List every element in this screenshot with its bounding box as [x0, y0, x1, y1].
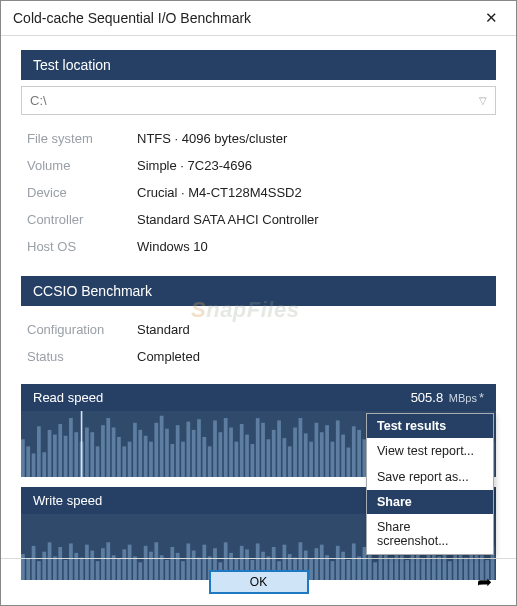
svg-rect-34: [202, 437, 206, 477]
svg-rect-46: [267, 439, 271, 477]
svg-rect-35: [208, 446, 212, 477]
section-test-location: Test location: [21, 50, 496, 80]
svg-rect-2: [32, 453, 36, 477]
svg-rect-8: [64, 436, 68, 477]
svg-rect-28: [170, 444, 174, 477]
info-label: Device: [27, 185, 137, 200]
svg-rect-17: [112, 428, 116, 478]
info-label: Controller: [27, 212, 137, 227]
footer: OK ➦: [1, 558, 516, 605]
write-speed-label: Write speed: [33, 493, 102, 508]
svg-rect-12: [85, 428, 89, 478]
svg-rect-61: [347, 448, 351, 477]
info-value: Simple · 7C23-4696: [137, 158, 252, 173]
titlebar: Cold-cache Sequential I/O Benchmark ✕: [1, 1, 516, 36]
svg-rect-38: [224, 418, 228, 477]
svg-rect-39: [229, 428, 233, 478]
info-value: Standard SATA AHCI Controller: [137, 212, 319, 227]
info-value: Standard: [137, 322, 190, 337]
section-ccsio-benchmark: CCSIO Benchmark: [21, 276, 496, 306]
svg-rect-40: [234, 442, 238, 477]
info-row: ConfigurationStandard: [27, 316, 490, 343]
svg-rect-63: [357, 430, 361, 477]
svg-rect-51: [293, 428, 297, 478]
svg-rect-41: [240, 424, 244, 477]
info-label: Host OS: [27, 239, 137, 254]
svg-rect-59: [336, 420, 340, 477]
svg-rect-47: [272, 430, 276, 477]
svg-rect-36: [213, 420, 217, 477]
share-icon[interactable]: ➦: [477, 571, 492, 593]
path-dropdown[interactable]: C:\ ▽: [21, 86, 496, 115]
read-speed-value: 505.8 MBps*: [411, 390, 484, 405]
svg-rect-45: [261, 423, 265, 477]
svg-rect-32: [192, 430, 196, 477]
svg-rect-26: [160, 416, 164, 477]
svg-rect-13: [90, 432, 94, 477]
info-row: File systemNTFS · 4096 bytes/cluster: [27, 125, 490, 152]
share-menu: Test results View test report... Save re…: [366, 413, 494, 555]
info-value: Completed: [137, 349, 200, 364]
menu-header-test-results: Test results: [367, 414, 493, 438]
info-row: DeviceCrucial · M4-CT128M4SSD2: [27, 179, 490, 206]
svg-rect-25: [154, 423, 158, 477]
menu-header-share: Share: [367, 490, 493, 514]
menu-item-save-report[interactable]: Save report as...: [367, 464, 493, 490]
svg-rect-24: [149, 442, 153, 477]
info-label: File system: [27, 131, 137, 146]
info-label: Configuration: [27, 322, 137, 337]
info-row: VolumeSimple · 7C23-4696: [27, 152, 490, 179]
info-label: Volume: [27, 158, 137, 173]
svg-rect-20: [128, 442, 132, 477]
svg-rect-3: [37, 426, 41, 477]
svg-rect-44: [256, 418, 260, 477]
svg-rect-9: [69, 418, 73, 477]
svg-rect-58: [331, 442, 335, 477]
close-icon[interactable]: ✕: [477, 7, 506, 29]
svg-rect-18: [117, 437, 121, 477]
svg-rect-56: [320, 432, 324, 477]
svg-rect-19: [122, 446, 126, 477]
svg-rect-60: [341, 435, 345, 477]
svg-rect-52: [299, 418, 303, 477]
svg-rect-31: [186, 422, 190, 477]
info-row: Host OSWindows 10: [27, 233, 490, 260]
svg-rect-27: [165, 429, 169, 477]
info-row: ControllerStandard SATA AHCI Controller: [27, 206, 490, 233]
svg-rect-6: [53, 435, 57, 477]
info-label: Status: [27, 349, 137, 364]
svg-rect-14: [96, 446, 100, 477]
svg-rect-10: [74, 432, 78, 477]
benchmark-info: ConfigurationStandard StatusCompleted: [21, 306, 496, 374]
svg-rect-30: [181, 442, 185, 477]
svg-rect-50: [288, 446, 292, 477]
svg-rect-62: [352, 426, 356, 477]
info-value: Windows 10: [137, 239, 208, 254]
svg-rect-0: [21, 439, 25, 477]
svg-rect-1: [26, 446, 30, 477]
svg-rect-22: [138, 430, 142, 477]
svg-rect-23: [144, 436, 148, 477]
svg-rect-21: [133, 423, 137, 477]
location-info: File systemNTFS · 4096 bytes/cluster Vol…: [21, 115, 496, 264]
svg-rect-33: [197, 419, 201, 477]
menu-item-share-screenshot[interactable]: Share screenshot...: [367, 514, 493, 554]
svg-rect-55: [315, 423, 319, 477]
ok-button[interactable]: OK: [209, 570, 309, 594]
window-title: Cold-cache Sequential I/O Benchmark: [13, 10, 251, 26]
svg-rect-15: [101, 425, 105, 477]
info-row: StatusCompleted: [27, 343, 490, 370]
svg-rect-49: [283, 438, 287, 477]
svg-rect-54: [309, 442, 313, 477]
read-speed-header: Read speed 505.8 MBps*: [21, 384, 496, 411]
svg-rect-43: [250, 444, 254, 477]
svg-rect-37: [218, 432, 222, 477]
menu-item-view-report[interactable]: View test report...: [367, 438, 493, 464]
svg-rect-53: [304, 433, 308, 477]
read-speed-label: Read speed: [33, 390, 103, 405]
svg-rect-4: [42, 452, 46, 477]
chevron-down-icon: ▽: [479, 95, 487, 106]
svg-rect-42: [245, 435, 249, 477]
svg-rect-16: [106, 418, 110, 477]
svg-rect-29: [176, 425, 180, 477]
